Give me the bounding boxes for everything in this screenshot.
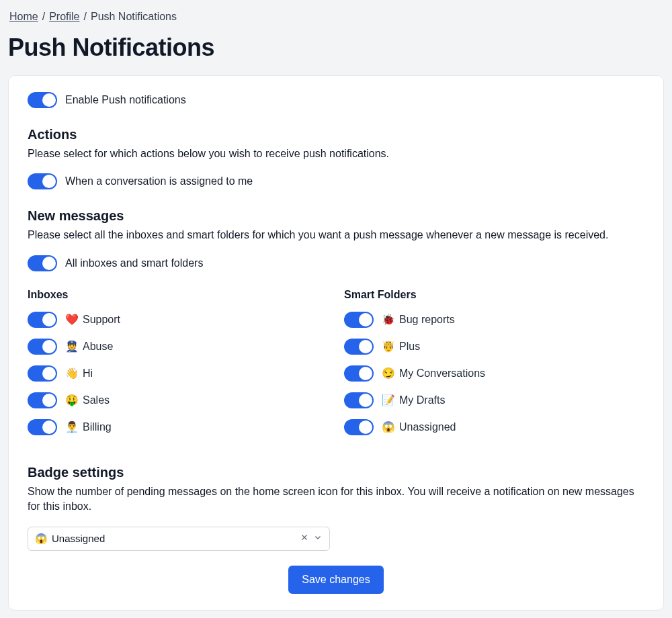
breadcrumb-separator: / [42,11,45,23]
emoji-icon: 🤑 [65,394,79,406]
inbox-list: ❤️Support👮Abuse👋Hi🤑Sales👨‍💼Billing [28,312,328,435]
toggle-inbox-hi[interactable] [28,365,57,382]
item-text: Unassigned [399,421,456,433]
toggle-inbox-support[interactable] [28,312,57,328]
enable-push-label: Enable Push notifications [65,94,186,106]
toggle-inbox-billing[interactable] [28,419,57,435]
toggle-inbox-sales[interactable] [28,392,57,408]
page-title: Push Notifications [8,34,664,62]
smart-folder-item: 🐞Bug reports [344,312,644,328]
breadcrumb-current: Push Notifications [91,11,177,23]
chevron-down-icon[interactable] [313,533,323,544]
inbox-label: 🤑Sales [65,394,110,406]
smart-folder-label: 🤴Plus [382,340,420,353]
inbox-label: 👨‍💼Billing [65,421,112,433]
smart-folder-item: 😏My Conversations [344,365,644,382]
assigned-to-me-label: When a conversation is assigned to me [65,175,253,187]
emoji-icon: 📝 [382,394,395,406]
smart-folder-label: 📝My Drafts [382,394,445,406]
badge-select-emoji: 😱 [35,533,48,545]
new-messages-heading: New messages [28,208,644,224]
actions-heading: Actions [28,127,644,142]
item-text: Bug reports [399,314,455,326]
inbox-label: 👮Abuse [65,340,113,353]
smart-folder-item: 😱Unassigned [344,419,644,435]
item-text: Support [83,314,120,326]
toggle-enable-push[interactable] [28,92,57,108]
toggle-folder-my-drafts[interactable] [344,392,374,408]
smart-folder-list: 🐞Bug reports🤴Plus😏My Conversations📝My Dr… [344,312,644,435]
toggle-folder-bug-reports[interactable] [344,312,374,328]
breadcrumb-profile[interactable]: Profile [49,11,79,23]
emoji-icon: 🤴 [382,340,395,353]
save-button[interactable]: Save changes [288,566,383,594]
emoji-icon: ❤️ [65,313,79,326]
clear-icon[interactable] [300,533,309,544]
breadcrumb: Home / Profile / Push Notifications [8,8,664,28]
toggle-assigned-to-me[interactable] [28,173,57,189]
item-text: Sales [83,394,110,406]
breadcrumb-home[interactable]: Home [9,11,38,23]
smart-folder-label: 😱Unassigned [382,421,456,433]
inbox-item: 👮Abuse [28,339,328,355]
inbox-item: 👨‍💼Billing [28,419,328,435]
item-text: Billing [83,421,112,433]
inbox-item: ❤️Support [28,312,328,328]
emoji-icon: 😱 [382,421,395,433]
inbox-label: ❤️Support [65,313,120,326]
badge-select-label: Unassigned [52,533,105,544]
smart-folder-item: 📝My Drafts [344,392,644,408]
toggle-folder-plus[interactable] [344,339,374,355]
breadcrumb-separator: / [84,11,87,23]
toggle-folder-my-conversations[interactable] [344,365,374,382]
toggle-inbox-abuse[interactable] [28,339,57,355]
actions-desc: Please select for which actions below yo… [28,146,644,161]
all-inboxes-label: All inboxes and smart folders [65,257,203,269]
smart-folder-label: 😏My Conversations [382,367,485,380]
toggle-folder-unassigned[interactable] [344,419,374,435]
badge-desc: Show the number of pending messages on t… [28,484,644,515]
item-text: My Drafts [399,394,445,406]
emoji-icon: 😏 [382,367,395,380]
emoji-icon: 👮 [65,340,79,353]
badge-heading: Badge settings [28,465,644,480]
inbox-label: 👋Hi [65,367,93,380]
item-text: Hi [83,367,93,380]
inbox-item: 🤑Sales [28,392,328,408]
toggle-all-inboxes[interactable] [28,255,57,271]
badge-select[interactable]: 😱 Unassigned [28,527,330,551]
emoji-icon: 👋 [65,367,79,380]
emoji-icon: 🐞 [382,313,395,326]
emoji-icon: 👨‍💼 [65,421,79,433]
smart-folders-heading: Smart Folders [344,289,644,301]
item-text: Abuse [83,341,113,353]
inbox-item: 👋Hi [28,365,328,382]
item-text: My Conversations [399,367,485,380]
new-messages-desc: Please select all the inboxes and smart … [28,228,644,242]
item-text: Plus [399,341,420,353]
settings-card: Enable Push notifications Actions Please… [8,75,664,611]
inboxes-heading: Inboxes [28,289,328,301]
smart-folder-label: 🐞Bug reports [382,313,455,326]
smart-folder-item: 🤴Plus [344,339,644,355]
